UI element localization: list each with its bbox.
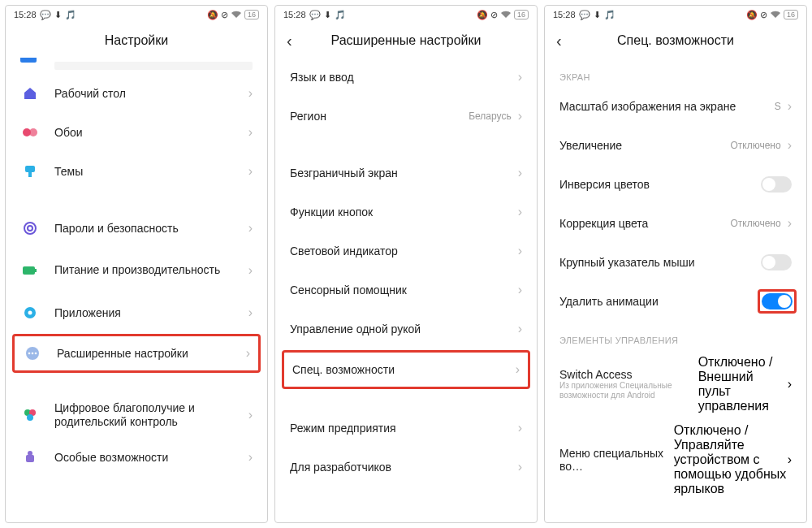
chevron-right-icon: ›: [248, 408, 253, 422]
item-magnification[interactable]: Увеличение Отключено ›: [545, 126, 806, 165]
chevron-right-icon: ›: [518, 322, 522, 336]
music-icon: 🎵: [65, 10, 76, 20]
item-language[interactable]: Язык и ввод ›: [275, 58, 537, 97]
label: Спец. возможности: [292, 363, 516, 376]
label: Крупный указатель мыши: [559, 256, 761, 269]
label: Коррекция цвета: [559, 217, 730, 230]
cutoff-row: [6, 58, 267, 74]
nosim-icon: ⊘: [490, 10, 498, 20]
titlebar: ‹ Спец. возможности: [545, 24, 806, 58]
flower-icon: [20, 123, 40, 142]
item-color-inversion[interactable]: Инверсия цветов: [545, 165, 806, 204]
nosim-icon: ⊘: [221, 10, 228, 20]
download-icon: ⬇: [594, 10, 601, 20]
svg-rect-0: [20, 58, 37, 63]
music-icon: 🎵: [335, 10, 346, 20]
value: Отключено / Управляйте устройством с пом…: [674, 423, 788, 496]
item-color-correction[interactable]: Коррекция цвета Отключено ›: [545, 204, 806, 243]
label: Приложения: [54, 306, 248, 319]
toggle-remove-animations[interactable]: [762, 293, 793, 309]
svg-point-5: [24, 223, 36, 234]
wifi-icon: [500, 11, 512, 19]
item-accessibility-menu[interactable]: Меню специальных во… Отключено / Управля…: [545, 418, 806, 501]
chevron-right-icon: ›: [518, 460, 522, 474]
toggle-large-pointer[interactable]: [761, 254, 792, 270]
item-remove-animations[interactable]: Удалить анимации: [545, 282, 806, 321]
back-button[interactable]: ‹: [287, 32, 292, 50]
chevron-right-icon: ›: [248, 86, 253, 101]
chevron-right-icon: ›: [788, 377, 792, 392]
label: Инверсия цветов: [559, 178, 761, 191]
music-icon: 🎵: [604, 10, 615, 20]
settings-item-special[interactable]: Особые возможности ›: [6, 438, 267, 477]
heart-icon: [20, 405, 40, 425]
value: S: [775, 101, 781, 112]
value: Отключено / Внешний пульт управления: [698, 355, 788, 413]
item-region[interactable]: Регион Беларусь ›: [275, 97, 537, 136]
label: Рабочий стол: [54, 87, 248, 100]
label: Функции кнопок: [290, 206, 518, 219]
wifi-icon: [231, 11, 242, 19]
chevron-right-icon: ›: [788, 99, 792, 114]
settings-item-desktop[interactable]: Рабочий стол ›: [6, 74, 267, 113]
statusbar: 15:28 💬 ⬇ 🎵 🔕 ⊘ 16: [545, 6, 806, 24]
item-led[interactable]: Световой индикатор ›: [275, 232, 537, 270]
settings-item-battery[interactable]: Питание и производительность ›: [6, 248, 267, 293]
back-button[interactable]: ‹: [556, 32, 562, 50]
chevron-right-icon: ›: [518, 166, 522, 180]
vibrate-icon: 🔕: [746, 10, 758, 20]
wifi-icon: [770, 11, 781, 19]
item-quickball[interactable]: Сенсорный помощник ›: [275, 270, 537, 309]
page-title: Спец. возможности: [617, 33, 734, 48]
svg-rect-7: [23, 266, 35, 275]
item-enterprise[interactable]: Режим предприятия ›: [275, 409, 537, 448]
toggle-color-inversion[interactable]: [761, 176, 792, 193]
label: Меню специальных во…: [559, 447, 674, 473]
chevron-right-icon: ›: [248, 263, 253, 278]
more-icon: [23, 344, 42, 363]
item-switch-access[interactable]: Switch Access Из приложения Специальные …: [545, 350, 806, 418]
chevron-right-icon: ›: [518, 70, 522, 84]
vibrate-icon: 🔕: [477, 10, 488, 20]
value: Беларусь: [469, 110, 511, 122]
nosim-icon: ⊘: [760, 10, 767, 20]
item-buttons[interactable]: Функции кнопок ›: [275, 193, 537, 232]
chevron-right-icon: ›: [518, 205, 522, 219]
label: Безграничный экран: [290, 167, 518, 180]
chevron-right-icon: ›: [518, 421, 522, 435]
label: Темы: [54, 165, 248, 178]
item-display-scale[interactable]: Масштаб изображения на экране S ›: [545, 87, 806, 126]
svg-rect-4: [28, 172, 32, 177]
download-icon: ⬇: [54, 10, 62, 20]
page-title: Настройки: [105, 33, 168, 48]
chat-icon: 💬: [309, 10, 321, 20]
item-large-pointer[interactable]: Крупный указатель мыши: [545, 243, 806, 282]
chevron-right-icon: ›: [518, 283, 522, 297]
sublabel: Из приложения Специальные возможности дл…: [559, 381, 698, 400]
phone-settings: 15:28 💬 ⬇ 🎵 🔕 ⊘ 16 Настройки Рабочий сто…: [5, 5, 268, 523]
settings-item-themes[interactable]: Темы ›: [6, 152, 267, 191]
settings-item-security[interactable]: Пароли и безопасность ›: [6, 209, 267, 248]
settings-item-apps[interactable]: Приложения ›: [6, 293, 267, 332]
settings-item-advanced[interactable]: Расширенные настройки ›: [12, 334, 261, 373]
label: Язык и ввод: [290, 71, 518, 84]
item-accessibility[interactable]: Спец. возможности ›: [282, 350, 530, 389]
phone-accessibility: 15:28 💬 ⬇ 🎵 🔕 ⊘ 16 ‹ Спец. возможности Э…: [544, 5, 807, 523]
settings-item-wallpaper[interactable]: Обои ›: [6, 113, 267, 152]
item-onehand[interactable]: Управление одной рукой ›: [275, 309, 537, 348]
settings-item-wellbeing[interactable]: Цифровое благополучие и родительский кон…: [6, 392, 267, 438]
label: Пароли и безопасность: [54, 222, 248, 235]
svg-point-13: [32, 353, 34, 355]
label: Световой индикатор: [290, 245, 518, 258]
phone-advanced: 15:28 💬 ⬇ 🎵 🔕 ⊘ 16 ‹ Расширенные настрой…: [274, 5, 538, 523]
home-icon: [20, 84, 40, 103]
svg-rect-18: [26, 455, 34, 462]
item-developer[interactable]: Для разработчиков ›: [275, 448, 537, 487]
chevron-right-icon: ›: [518, 244, 522, 258]
brush-icon: [20, 162, 40, 181]
label: Регион: [290, 110, 469, 123]
status-time: 15:28: [553, 10, 576, 19]
item-fullscreen[interactable]: Безграничный экран ›: [275, 154, 537, 193]
battery-icon: [20, 261, 40, 280]
gear-icon: [20, 303, 40, 322]
